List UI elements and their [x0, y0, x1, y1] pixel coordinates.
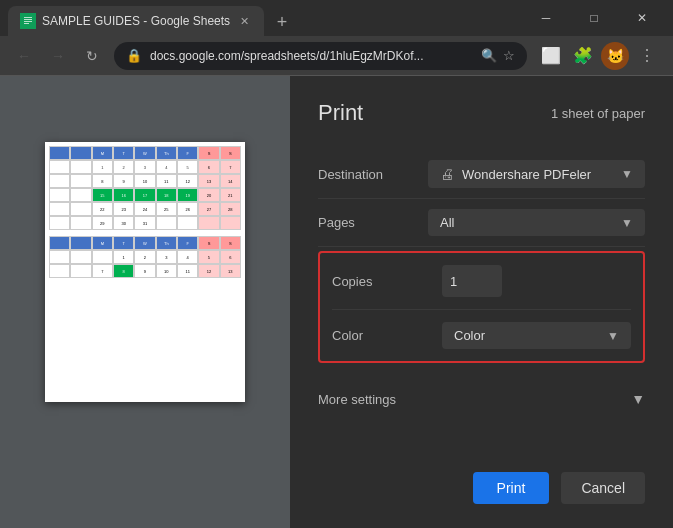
svg-rect-4 [24, 23, 29, 24]
color-chevron-down-icon: ▼ [607, 329, 619, 343]
tab-area: SAMPLE GUIDES - Google Sheets ✕ + [8, 0, 519, 36]
more-settings-row[interactable]: More settings ▼ [318, 375, 645, 423]
toolbar-icons: ⬜ 🧩 🐱 ⋮ [537, 42, 661, 70]
lock-icon: 🔒 [126, 48, 142, 63]
print-title: Print [318, 100, 363, 126]
active-tab[interactable]: SAMPLE GUIDES - Google Sheets ✕ [8, 6, 264, 36]
sheet-visualization: M T W Th F S S 1 2 3 4 5 6 7 [45, 142, 245, 402]
highlighted-settings-section: Copies Color Color ▼ [318, 251, 645, 363]
pages-row: Pages All ▼ [318, 199, 645, 247]
destination-label: Destination [318, 167, 428, 182]
cancel-button[interactable]: Cancel [561, 472, 645, 504]
pages-label: Pages [318, 215, 428, 230]
pages-chevron-down-icon: ▼ [621, 216, 633, 230]
destination-value: Wondershare PDFeler [462, 167, 591, 182]
sheet-count: 1 sheet of paper [551, 106, 645, 121]
color-label: Color [332, 328, 442, 343]
print-preview-panel: M T W Th F S S 1 2 3 4 5 6 7 [0, 76, 290, 528]
profile-avatar[interactable]: 🐱 [601, 42, 629, 70]
chrome-menu-button[interactable]: ⋮ [633, 42, 661, 70]
titlebar: SAMPLE GUIDES - Google Sheets ✕ + ─ □ ✕ [0, 0, 673, 36]
back-button[interactable]: ← [12, 44, 36, 68]
refresh-button[interactable]: ↻ [80, 44, 104, 68]
print-settings-panel: Print 1 sheet of paper Destination 🖨 Won… [290, 76, 673, 528]
print-footer: Print Cancel [318, 456, 645, 504]
tab-close-button[interactable]: ✕ [236, 13, 252, 29]
more-settings-chevron-down-icon: ▼ [631, 391, 645, 407]
maximize-button[interactable]: □ [571, 3, 617, 33]
cast-icon[interactable]: ⬜ [537, 42, 565, 70]
main-content: M T W Th F S S 1 2 3 4 5 6 7 [0, 76, 673, 528]
minimize-button[interactable]: ─ [523, 3, 569, 33]
print-header: Print 1 sheet of paper [318, 100, 645, 126]
print-button[interactable]: Print [473, 472, 550, 504]
window-controls: ─ □ ✕ [523, 3, 665, 33]
page-preview: M T W Th F S S 1 2 3 4 5 6 7 [45, 142, 245, 402]
color-row: Color Color ▼ [332, 310, 631, 361]
color-dropdown[interactable]: Color ▼ [442, 322, 631, 349]
printer-icon: 🖨 [440, 166, 454, 182]
destination-dropdown[interactable]: 🖨 Wondershare PDFeler ▼ [428, 160, 645, 188]
pages-value: All [440, 215, 454, 230]
copies-label: Copies [332, 274, 442, 289]
extensions-icon[interactable]: 🧩 [569, 42, 597, 70]
svg-rect-3 [24, 21, 32, 22]
color-value: Color [454, 328, 485, 343]
star-icon[interactable]: ☆ [503, 48, 515, 63]
close-window-button[interactable]: ✕ [619, 3, 665, 33]
search-icon[interactable]: 🔍 [481, 48, 497, 63]
svg-rect-1 [24, 17, 32, 18]
destination-dropdown-content: 🖨 Wondershare PDFeler [440, 166, 591, 182]
more-settings-label: More settings [318, 392, 396, 407]
svg-rect-2 [24, 19, 32, 20]
tab-title: SAMPLE GUIDES - Google Sheets [42, 14, 230, 28]
url-bar[interactable]: 🔒 docs.google.com/spreadsheets/d/1hluEgz… [114, 42, 527, 70]
forward-button[interactable]: → [46, 44, 70, 68]
sheets-tab-icon [20, 13, 36, 29]
copies-row: Copies [332, 253, 631, 310]
new-tab-button[interactable]: + [268, 8, 296, 36]
url-text: docs.google.com/spreadsheets/d/1hluEgzMr… [150, 49, 473, 63]
destination-row: Destination 🖨 Wondershare PDFeler ▼ [318, 150, 645, 199]
pages-dropdown[interactable]: All ▼ [428, 209, 645, 236]
addressbar: ← → ↻ 🔒 docs.google.com/spreadsheets/d/1… [0, 36, 673, 76]
copies-input[interactable] [442, 265, 502, 297]
destination-chevron-down-icon: ▼ [621, 167, 633, 181]
